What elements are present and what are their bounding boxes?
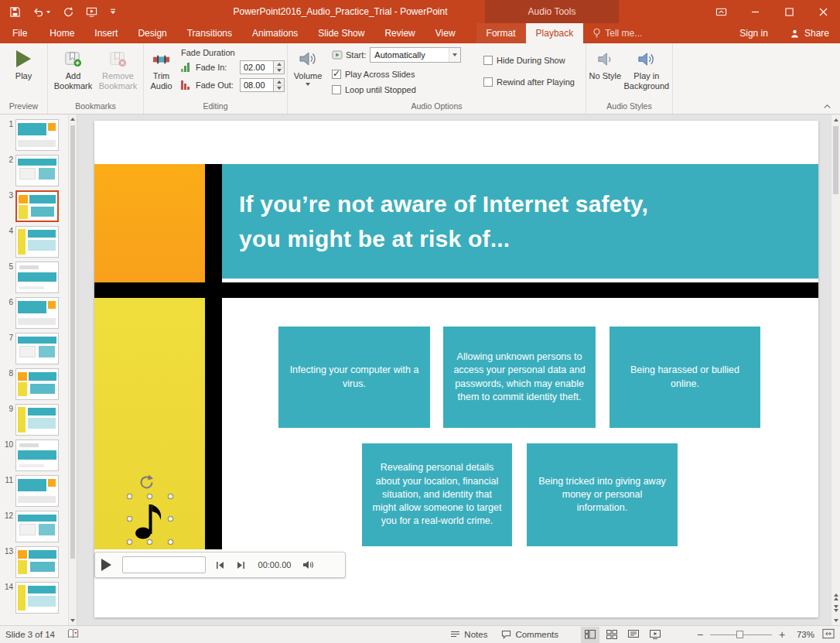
slide-thumbnail-10[interactable]: 10 (3, 439, 67, 471)
checkbox-play-across-slides[interactable]: Play Across Slides (332, 70, 473, 79)
save-button[interactable] (9, 6, 21, 18)
tab-transitions[interactable]: Transitions (177, 23, 242, 43)
title-banner-shape[interactable]: If you’re not aware of Internet safety, … (222, 164, 818, 279)
fit-slide-to-window-button[interactable] (822, 628, 835, 641)
audio-seek-forward-button[interactable] (234, 558, 248, 572)
thumbnail-preview[interactable] (15, 333, 59, 364)
minimize-button[interactable] (738, 0, 772, 23)
fade-out-input[interactable]: 08.00 (240, 78, 274, 92)
zoom-percentage[interactable]: 73% (790, 630, 814, 639)
orange-rectangle-shape[interactable] (94, 164, 205, 282)
resize-handle[interactable] (168, 539, 173, 545)
start-from-beginning-button[interactable] (86, 6, 97, 18)
redo-button[interactable] (63, 6, 74, 18)
restore-button[interactable] (772, 0, 806, 23)
scroll-up-icon[interactable] (69, 115, 77, 124)
volume-button[interactable]: Volume (290, 45, 326, 101)
resize-handle[interactable] (127, 494, 132, 499)
resize-handle[interactable] (168, 494, 173, 499)
add-bookmark-button[interactable]: Add Bookmark (53, 45, 94, 101)
ribbon-display-options-button[interactable] (704, 0, 738, 23)
tab-format[interactable]: Format (476, 23, 526, 43)
scroll-down-icon[interactable] (831, 615, 840, 625)
checkbox-loop-until-stopped[interactable]: Loop until Stopped (332, 85, 473, 94)
checkbox-rewind-after-playing[interactable]: Rewind after Playing (483, 77, 575, 87)
tab-insert[interactable]: Insert (84, 23, 128, 43)
slide-thumbnail-5[interactable]: 5 (3, 262, 67, 293)
resize-handle[interactable] (127, 539, 132, 545)
slide-thumbnail-7[interactable]: 7 (3, 333, 67, 364)
audio-mute-button[interactable] (302, 558, 316, 572)
fade-out-spinner[interactable] (274, 78, 285, 92)
scroll-up-icon[interactable] (831, 115, 840, 125)
vertical-scrollbar[interactable] (831, 115, 840, 625)
content-box-tricked[interactable]: Being tricked into giving away money or … (527, 443, 678, 546)
slide-thumbnail-13[interactable]: 13 (3, 546, 67, 578)
thumbnail-preview[interactable] (15, 475, 59, 507)
notes-toggle[interactable]: Notes (443, 626, 494, 643)
scrollbar-thumb[interactable] (70, 125, 75, 559)
rotate-handle[interactable] (138, 474, 155, 491)
fade-in-spinner[interactable] (274, 60, 285, 74)
slide-thumbnail-3[interactable]: 3 (3, 190, 67, 222)
audio-seek-back-button[interactable] (213, 558, 227, 572)
audio-play-button[interactable] (101, 557, 115, 573)
zoom-slider[interactable] (710, 629, 772, 640)
thumbnail-preview[interactable] (15, 511, 59, 542)
tab-review[interactable]: Review (374, 23, 425, 43)
tell-me-box[interactable]: Tell me... (583, 23, 651, 43)
no-style-button[interactable]: No Style (589, 45, 622, 101)
share-button[interactable]: Share (779, 23, 840, 43)
customize-qat-button[interactable] (109, 8, 117, 15)
play-in-background-button[interactable]: Play in Background (623, 45, 670, 101)
audio-object[interactable] (127, 492, 173, 543)
undo-button[interactable] (32, 6, 51, 18)
resize-handle[interactable] (168, 516, 173, 522)
slide-show-button[interactable] (646, 627, 664, 643)
thumbnail-preview[interactable] (15, 582, 59, 614)
thumbnail-preview[interactable] (15, 226, 59, 258)
previous-slide-button[interactable] (831, 592, 840, 602)
thumbnail-preview[interactable] (15, 368, 59, 400)
thumbnail-preview[interactable] (15, 262, 59, 293)
content-box-personal-details[interactable]: Revealing personal details about your lo… (362, 443, 512, 546)
scroll-down-icon[interactable] (69, 616, 77, 625)
zoom-slider-thumb[interactable] (736, 631, 743, 638)
thumbnail-preview[interactable] (15, 297, 59, 329)
content-box-harassed[interactable]: Being harassed or bullied online. (610, 327, 760, 428)
play-button[interactable]: Play (4, 45, 44, 101)
slide-thumbnail-9[interactable]: 9 (3, 404, 67, 436)
remove-bookmark-button[interactable]: Remove Bookmark (98, 45, 138, 101)
tab-view[interactable]: View (425, 23, 466, 43)
next-slide-button[interactable] (831, 604, 840, 614)
tab-design[interactable]: Design (128, 23, 176, 43)
slide-thumbnail-4[interactable]: 4 (3, 226, 67, 258)
resize-handle[interactable] (127, 516, 132, 522)
slide-thumbnail-6[interactable]: 6 (3, 297, 67, 329)
thumbnail-preview[interactable] (15, 190, 59, 222)
music-note-icon[interactable] (133, 500, 167, 543)
zoom-in-button[interactable]: + (777, 628, 787, 641)
black-strip-shape[interactable] (205, 298, 222, 549)
black-band-shape[interactable] (94, 282, 818, 298)
scrollbar-thumb[interactable] (833, 126, 838, 194)
slide-thumbnail-11[interactable]: 11 (3, 475, 67, 507)
normal-view-button[interactable] (581, 627, 599, 643)
trim-audio-button[interactable]: Trim Audio (146, 45, 176, 101)
spell-check-icon[interactable] (67, 628, 79, 641)
audio-progress-bar[interactable] (122, 556, 206, 573)
slide-number-indicator[interactable]: Slide 3 of 14 (5, 630, 55, 639)
content-box-identity-theft[interactable]: Allowing unknown persons to access your … (443, 327, 596, 428)
resize-handle[interactable] (147, 494, 152, 499)
reading-view-button[interactable] (624, 627, 643, 643)
tab-playback[interactable]: Playback (526, 23, 584, 43)
checkbox-hide-during-show[interactable]: Hide During Show (483, 56, 575, 65)
slide-thumbnail-12[interactable]: 12 (3, 511, 67, 542)
close-button[interactable] (806, 0, 840, 23)
slide-thumbnail-1[interactable]: 1 (3, 119, 67, 151)
thumbnail-preview[interactable] (15, 155, 59, 186)
collapse-ribbon-button[interactable] (820, 101, 834, 111)
fade-in-input[interactable]: 02.00 (240, 60, 274, 74)
zoom-out-button[interactable]: − (695, 628, 705, 641)
black-strip-shape[interactable] (205, 164, 222, 282)
